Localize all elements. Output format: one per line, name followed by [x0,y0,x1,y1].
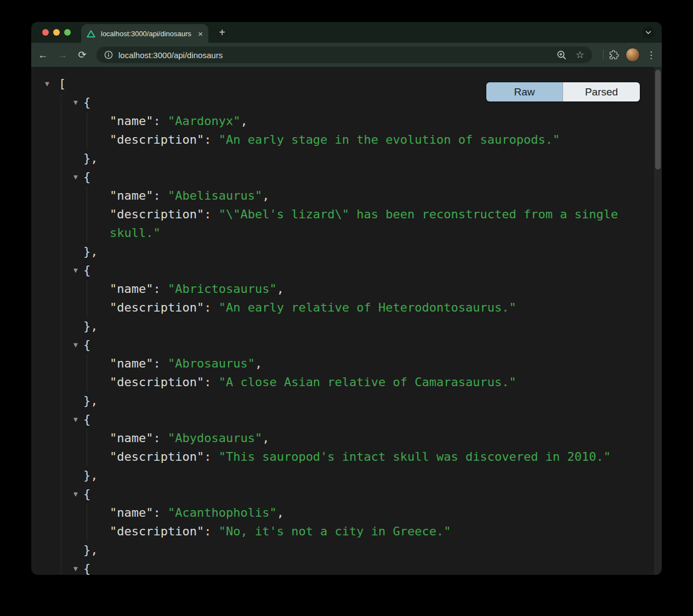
fullscreen-window-button[interactable] [64,29,71,36]
json-key: "name" [110,431,153,445]
chevron-down-icon [645,31,651,35]
bookmark-star-icon[interactable]: ☆ [576,50,584,60]
json-punctuation: : [204,133,219,146]
json-key: "description" [110,375,204,389]
json-string-value: "Abrosaurus" [168,357,255,370]
close-window-button[interactable] [42,29,49,36]
json-string-value: "A close Asian relative of Camarasaurus.… [219,375,516,389]
object-open-row: ▼{ [31,336,662,354]
json-object: ▼{"name": "Abydosaurus","description": "… [31,410,662,485]
minimize-window-button[interactable] [53,29,60,36]
object-open-row: ▼{ [31,261,662,280]
json-key: "name" [110,114,153,128]
scrollbar[interactable] [654,67,662,575]
reload-button[interactable]: ⟳ [75,49,90,61]
back-button[interactable]: ← [35,49,50,61]
object-open-row: ▼{ [31,485,662,504]
object-close-row: }, [31,541,662,560]
object-close-brace: }, [83,319,98,333]
json-punctuation: : [204,524,219,538]
json-tree: ▼{"name": "Aardonyx","description": "An … [31,93,662,575]
object-close-brace: }, [83,394,98,408]
json-punctuation: : [153,357,168,370]
object-close-row: }, [31,242,662,261]
json-description-line: "description": "An early stage in the ev… [31,131,662,149]
object-open-brace: { [83,338,90,352]
json-key: "description" [110,301,204,314]
object-open-brace: { [83,95,90,109]
object-close-brace: }, [83,468,98,482]
scrollbar-thumb[interactable] [655,70,661,169]
json-string-value: "No, it's not a city in Greece." [219,524,451,538]
tab-close-icon[interactable]: × [198,30,203,38]
object-close-row: }, [31,149,662,168]
json-punctuation: : [204,375,219,389]
object-open-brace: { [83,487,90,501]
json-description-line: "description": "A close Asian relative o… [31,373,662,392]
json-punctuation: , [255,357,262,370]
json-key: "name" [110,506,153,519]
raw-button[interactable]: Raw [486,82,563,101]
profile-avatar[interactable] [626,48,640,62]
json-punctuation: , [262,189,269,202]
collapse-toggle-icon[interactable]: ▼ [71,168,81,187]
json-key: "name" [110,357,153,370]
json-key: "description" [110,133,204,146]
json-description-line: "description": "An early relative of Het… [31,298,662,317]
json-string-value: "Abrictosaurus" [168,282,277,296]
tab-strip: localhost:3000/api/dinosaurs × + [31,22,662,43]
collapse-toggle-icon[interactable]: ▼ [71,560,81,575]
json-key: "description" [110,524,204,538]
json-object: ▼{"name": "Abrictosaurus","description":… [31,261,662,336]
collapse-toggle-icon[interactable]: ▼ [71,261,81,280]
menu-kebab-icon[interactable]: ⋮ [646,49,654,61]
json-name-line: "name": "Acanthopholis", [31,504,662,522]
site-info-icon[interactable] [104,50,113,59]
json-string-value: "Acanthopholis" [168,506,277,519]
json-punctuation: : [153,189,168,202]
json-name-line: "name": "Aardonyx", [31,112,662,131]
json-punctuation: : [153,506,168,519]
window-controls [42,29,71,36]
json-object: ▼{"name": "Acanthopholis","description":… [31,485,662,560]
address-bar[interactable]: localhost:3000/api/dinosaurs ☆ [96,47,592,63]
json-entries: ▼{"name": "Aardonyx","description": "An … [31,93,662,560]
json-key: "description" [110,207,204,221]
object-close-row: }, [31,392,662,410]
json-punctuation: , [262,431,269,445]
collapse-toggle-icon[interactable]: ▼ [71,410,81,429]
json-name-line: "name": "Abrictosaurus", [31,280,662,298]
json-string-value: "Abydosaurus" [168,431,262,445]
new-tab-button[interactable]: + [215,26,229,39]
object-open-brace: { [83,263,90,277]
root-open-bracket: [ [59,77,66,91]
json-punctuation: : [153,114,168,128]
collapse-toggle-icon[interactable]: ▼ [71,485,81,504]
browser-window: localhost:3000/api/dinosaurs × + ← → ⟳ l… [31,22,662,575]
json-object-partial: ▼ { [31,560,662,575]
json-key: "description" [110,450,204,464]
object-close-row: }, [31,466,662,485]
json-description-line: "description": "This sauropod's intact s… [31,448,662,466]
tab-search-button[interactable] [643,27,654,38]
object-close-brace: }, [83,543,98,557]
browser-toolbar: ← → ⟳ localhost:3000/api/dinosaurs ☆ [31,43,662,67]
object-close-row: }, [31,317,662,336]
collapse-toggle-icon[interactable]: ▼ [71,336,81,354]
json-punctuation: : [204,207,219,221]
json-punctuation: : [153,431,168,445]
zoom-icon[interactable] [556,49,567,60]
collapse-root-icon[interactable]: ▼ [42,75,52,93]
json-name-line: "name": "Abrosaurus", [31,354,662,373]
json-description-line: "description": "\"Abel's lizard\" has be… [31,205,662,242]
collapse-toggle-icon[interactable]: ▼ [71,93,81,112]
forward-button[interactable]: → [55,49,70,61]
tab-title: localhost:3000/api/dinosaurs [101,30,194,38]
object-close-brace: }, [83,245,98,258]
json-punctuation: , [277,506,284,519]
extensions-puzzle-icon[interactable] [609,50,619,60]
parsed-button[interactable]: Parsed [563,82,640,101]
json-string-value: "Aardonyx" [168,114,240,128]
browser-tab[interactable]: localhost:3000/api/dinosaurs × [81,24,208,43]
json-string-value: "An early stage in the evolution of saur… [219,133,560,146]
